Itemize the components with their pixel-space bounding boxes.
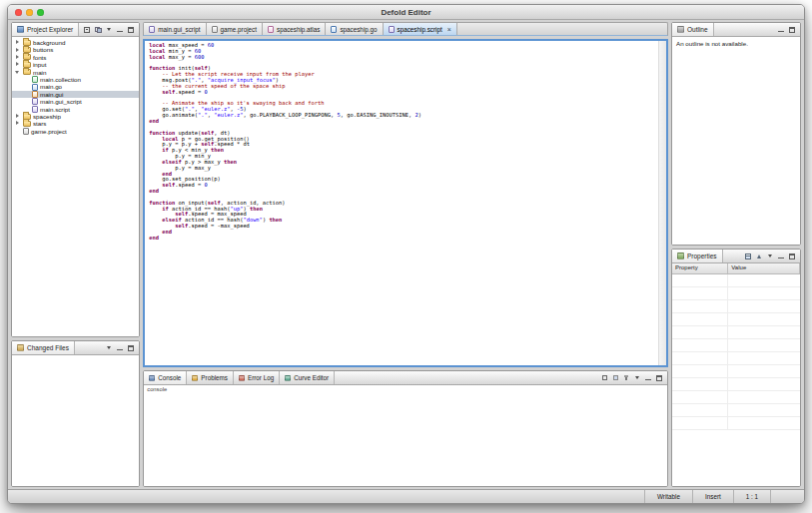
window-title: Defold Editor bbox=[8, 8, 804, 17]
tree-collapsed-arrow-icon[interactable] bbox=[14, 61, 21, 68]
properties-tab[interactable]: Properties bbox=[672, 250, 723, 262]
close-window-button[interactable] bbox=[15, 9, 22, 16]
editor-tab-spaceship.atlas[interactable]: spaceship.atlas bbox=[263, 23, 326, 35]
outline-tab[interactable]: Outline bbox=[672, 23, 714, 36]
tree-item-main.script[interactable]: main.script bbox=[12, 106, 139, 113]
collapse-all-icon[interactable] bbox=[83, 26, 91, 34]
minimize-view-icon[interactable] bbox=[777, 253, 785, 260]
tree-item-main.gui_script[interactable]: main.gui_script bbox=[12, 98, 139, 105]
code-editor[interactable]: local max_speed = 60local min_y = 60loca… bbox=[143, 39, 668, 367]
tree-item-main.collection[interactable]: main.collection bbox=[12, 76, 139, 83]
tree-item-spaceship[interactable]: spaceship bbox=[12, 113, 139, 120]
minimize-view-icon[interactable] bbox=[777, 26, 785, 34]
tree-item-stars[interactable]: stars bbox=[12, 120, 139, 127]
clear-console-icon[interactable] bbox=[600, 374, 608, 382]
minimize-view-icon[interactable] bbox=[644, 374, 652, 382]
error-log-icon bbox=[239, 375, 245, 381]
tree-collapsed-arrow-icon[interactable] bbox=[14, 120, 21, 127]
console-panel: ConsoleProblemsError LogCurve Editor con… bbox=[143, 370, 668, 487]
project-explorer-title: Project Explorer bbox=[27, 26, 73, 33]
zoom-window-button[interactable] bbox=[37, 9, 44, 16]
tree-indent-spacer bbox=[23, 84, 30, 91]
close-tab-icon[interactable]: × bbox=[447, 26, 451, 33]
scroll-lock-icon[interactable] bbox=[611, 374, 619, 382]
pin-console-icon[interactable] bbox=[622, 374, 630, 382]
outline-view: Outline An outline is not available. bbox=[671, 22, 801, 246]
panel-tab-Error Log[interactable]: Error Log bbox=[234, 371, 280, 384]
tree-item-buttons[interactable]: buttons bbox=[12, 46, 139, 53]
console-output[interactable]: console bbox=[144, 385, 667, 486]
minimize-view-icon[interactable] bbox=[116, 26, 124, 34]
show-categories-icon[interactable] bbox=[744, 253, 752, 260]
editor-tab-spaceship.script[interactable]: spaceship.script× bbox=[384, 23, 457, 35]
property-row bbox=[672, 404, 800, 417]
view-menu-icon[interactable] bbox=[766, 253, 774, 260]
panel-tab-Console[interactable]: Console bbox=[144, 371, 187, 384]
editor-tab-spaceship.go[interactable]: spaceship.go bbox=[326, 23, 383, 35]
tree-collapsed-arrow-icon[interactable] bbox=[14, 39, 21, 46]
project-explorer-tab[interactable]: Project Explorer bbox=[12, 23, 79, 36]
editor-tab-label: spaceship.go bbox=[340, 26, 377, 33]
tree-item-label: main.go bbox=[40, 83, 62, 90]
maximize-view-icon[interactable] bbox=[127, 344, 135, 352]
atlas-file-icon bbox=[268, 26, 274, 33]
statusbar: Writable Insert 1 : 1 bbox=[8, 489, 804, 503]
tree-item-background[interactable]: background bbox=[12, 39, 139, 46]
property-value-cell bbox=[728, 352, 800, 364]
tree-item-main.gui[interactable]: main.gui bbox=[12, 91, 139, 98]
script-file-icon bbox=[389, 26, 395, 33]
console-menu-icon[interactable] bbox=[633, 374, 641, 382]
properties-header: Properties bbox=[672, 250, 800, 263]
link-with-editor-icon[interactable] bbox=[94, 26, 102, 34]
editor-tab-main.gui_script[interactable]: main.gui_script bbox=[144, 23, 206, 35]
problems-icon bbox=[192, 375, 198, 381]
property-row bbox=[672, 339, 800, 352]
property-row bbox=[672, 365, 800, 378]
tree-collapsed-arrow-icon[interactable] bbox=[14, 54, 21, 61]
property-name-cell bbox=[672, 365, 728, 377]
minimize-window-button[interactable] bbox=[26, 9, 33, 16]
changed-files-icon bbox=[17, 344, 24, 351]
panel-tab-Curve Editor[interactable]: Curve Editor bbox=[280, 371, 335, 384]
maximize-view-icon[interactable] bbox=[655, 374, 663, 382]
editor-scrollbar[interactable] bbox=[658, 41, 666, 365]
property-row bbox=[672, 287, 800, 300]
console-name: console bbox=[147, 386, 167, 392]
editor-tab-bar: main.gui_scriptgame.projectspaceship.atl… bbox=[143, 22, 668, 36]
changed-files-view: Changed Files bbox=[11, 340, 140, 487]
changed-files-tab[interactable]: Changed Files bbox=[12, 341, 75, 354]
tree-item-fonts[interactable]: fonts bbox=[12, 54, 139, 61]
tree-item-input[interactable]: input bbox=[12, 61, 139, 68]
property-value-cell bbox=[728, 378, 800, 390]
properties-column-headers: Property Value bbox=[672, 263, 800, 274]
panel-tab-Problems[interactable]: Problems bbox=[187, 371, 234, 384]
tree-collapsed-arrow-icon[interactable] bbox=[14, 47, 21, 54]
minimize-view-icon[interactable] bbox=[116, 344, 124, 352]
window-controls bbox=[15, 5, 44, 19]
editor-tab-game.project[interactable]: game.project bbox=[207, 23, 263, 35]
tree-item-main.go[interactable]: main.go bbox=[12, 83, 139, 90]
tree-item-game.project[interactable]: game.project bbox=[12, 128, 139, 135]
script-file-icon bbox=[32, 106, 38, 113]
view-menu-icon[interactable] bbox=[105, 26, 113, 34]
tree-expanded-arrow-icon[interactable] bbox=[14, 69, 21, 76]
tree-collapsed-arrow-icon[interactable] bbox=[14, 113, 21, 120]
sort-properties-icon[interactable] bbox=[755, 253, 763, 260]
property-name-cell bbox=[672, 404, 728, 416]
titlebar[interactable]: Defold Editor bbox=[8, 5, 804, 20]
statusbar-spacer bbox=[8, 490, 644, 503]
panel-tab-label: Problems bbox=[201, 374, 228, 381]
gui-file-icon bbox=[32, 91, 38, 98]
view-menu-icon[interactable] bbox=[105, 344, 113, 352]
property-name-cell bbox=[672, 300, 728, 312]
code-area[interactable]: local max_speed = 60local min_y = 60loca… bbox=[149, 43, 655, 363]
property-value-cell bbox=[728, 274, 800, 286]
property-value-cell bbox=[728, 365, 800, 377]
tree-item-label: stars bbox=[33, 120, 46, 127]
tree-item-label: input bbox=[33, 61, 46, 68]
maximize-view-icon[interactable] bbox=[788, 26, 796, 34]
properties-toolbar bbox=[740, 250, 800, 262]
maximize-view-icon[interactable] bbox=[127, 26, 135, 34]
tree-item-main[interactable]: main bbox=[12, 69, 139, 76]
maximize-view-icon[interactable] bbox=[788, 253, 796, 260]
